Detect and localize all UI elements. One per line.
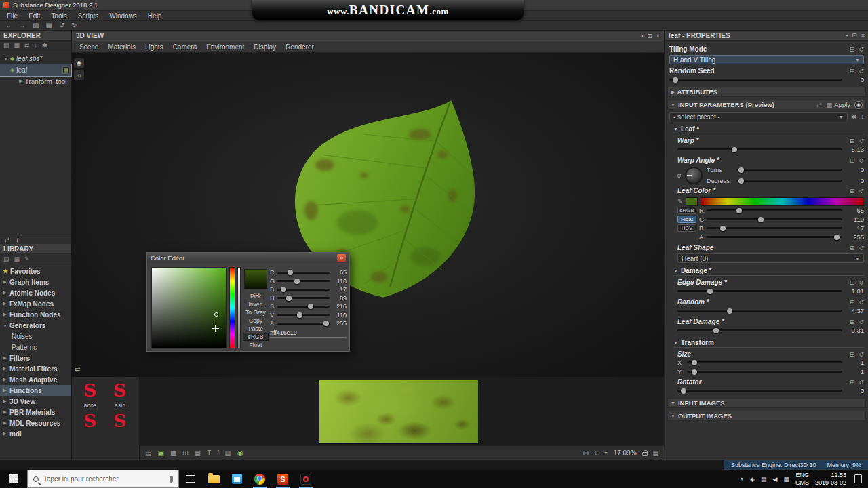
expose-icon[interactable]: ⊞ bbox=[850, 351, 855, 358]
start-button[interactable] bbox=[0, 470, 27, 488]
warp-angle-dial[interactable] bbox=[685, 167, 703, 184]
green-slider[interactable] bbox=[707, 218, 842, 220]
task-view-button[interactable] bbox=[179, 470, 202, 488]
pin-icon[interactable]: ▪ bbox=[846, 32, 848, 39]
library-item-favorites[interactable]: ★Favorites bbox=[0, 266, 71, 277]
library-item-pbr-materials[interactable]: ▶PBR Materials bbox=[0, 407, 71, 418]
paste-button[interactable]: Paste bbox=[243, 325, 269, 333]
value-slider[interactable]: V110 bbox=[270, 311, 347, 320]
reset-icon[interactable]: ↺ bbox=[859, 245, 864, 251]
library-view-icon[interactable]: ▤ bbox=[3, 256, 9, 262]
library-item-graph-items[interactable]: ▶Graph Items bbox=[0, 277, 71, 287]
grid-icon[interactable]: ⊞ bbox=[182, 449, 188, 457]
add-preset-icon[interactable]: + bbox=[860, 113, 864, 121]
uv-icon[interactable]: ◉ bbox=[237, 449, 243, 457]
blue-slider[interactable] bbox=[707, 227, 842, 229]
section-damage[interactable]: ▼ Damage * bbox=[673, 266, 864, 276]
channels-icon[interactable]: ▩ bbox=[170, 449, 176, 457]
preset-select[interactable]: - select preset -▼ bbox=[669, 112, 848, 121]
camera-icon[interactable]: ◉ bbox=[74, 58, 84, 68]
text-overlay-icon[interactable]: T bbox=[207, 449, 211, 457]
hue-value-slider[interactable]: H89 bbox=[270, 294, 347, 303]
tree-item-package[interactable]: ▼ ◆ leaf.sbs* bbox=[0, 53, 71, 64]
apply-button[interactable]: ▦Apply bbox=[826, 101, 850, 108]
expose-icon[interactable]: ⊞ bbox=[850, 157, 855, 164]
section-attributes[interactable]: ▶ ATTRIBUTES bbox=[667, 87, 866, 97]
microphone-icon[interactable] bbox=[170, 476, 173, 483]
copy-button[interactable]: Copy bbox=[243, 317, 269, 325]
library-item-atomic-nodes[interactable]: ▶Atomic Nodes bbox=[0, 287, 71, 298]
leaf-texture-preview[interactable] bbox=[319, 380, 479, 444]
menu-display[interactable]: Display bbox=[249, 43, 281, 51]
reset-icon[interactable]: ↺ bbox=[859, 188, 864, 195]
library-item-functions[interactable]: ▶Functions bbox=[0, 385, 71, 396]
float-icon[interactable]: ⊡ bbox=[647, 33, 652, 39]
leaf-damage-slider[interactable]: 0.31 bbox=[677, 326, 864, 335]
menu-camera[interactable]: Camera bbox=[168, 43, 202, 51]
section-input-images[interactable]: ▼ INPUT IMAGES bbox=[667, 398, 866, 408]
alpha-value-slider[interactable]: A255 bbox=[270, 319, 347, 328]
library-grid-icon[interactable]: ▦ bbox=[14, 256, 20, 262]
reset-icon[interactable]: ↺ bbox=[859, 379, 864, 386]
edit-icon[interactable]: ✎ bbox=[24, 256, 30, 262]
reset-icon[interactable]: ↺ bbox=[859, 138, 864, 144]
saturation-slider[interactable]: S216 bbox=[270, 302, 347, 311]
section-output-images[interactable]: ▼ OUTPUT IMAGES bbox=[667, 411, 866, 421]
alpha-slider[interactable] bbox=[707, 236, 842, 238]
library-item-patterns[interactable]: Patterns bbox=[0, 342, 71, 352]
section-leaf[interactable]: ▼ Leaf * bbox=[673, 125, 864, 134]
expose-icon[interactable]: ⊞ bbox=[850, 138, 855, 144]
speaker-icon[interactable]: ◀ bbox=[773, 476, 778, 483]
taskbar-search[interactable]: Taper ici pour rechercher bbox=[27, 470, 179, 488]
menu-help[interactable]: Help bbox=[142, 12, 167, 20]
menu-scene[interactable]: Scene bbox=[75, 43, 103, 51]
tray-chevron-icon[interactable]: ∧ bbox=[739, 476, 744, 483]
3d-view-header[interactable]: 3D VIEW ▪ ⊡ × bbox=[72, 30, 664, 41]
srgb-button[interactable]: sRGB bbox=[243, 333, 269, 341]
info-icon[interactable]: i bbox=[217, 449, 218, 457]
menu-renderer[interactable]: Renderer bbox=[281, 43, 319, 51]
tray-icon-2[interactable]: ▤ bbox=[761, 476, 767, 483]
info-icon[interactable]: i bbox=[16, 236, 18, 243]
expose-icon[interactable]: ⊞ bbox=[850, 379, 855, 386]
library-item-mdl-resources[interactable]: ▶MDL Resources bbox=[0, 418, 71, 428]
close-icon[interactable]: × bbox=[656, 33, 660, 39]
menu-materials[interactable]: Materials bbox=[103, 43, 140, 51]
library-item-noises[interactable]: Noises bbox=[0, 331, 71, 342]
float-button[interactable]: Float bbox=[677, 216, 696, 223]
alpha-slider[interactable] bbox=[237, 267, 241, 348]
undo-icon[interactable]: ↺ bbox=[59, 22, 64, 29]
open-icon[interactable]: ▤ bbox=[33, 22, 39, 29]
store-button[interactable] bbox=[225, 470, 248, 488]
float-button[interactable]: Float bbox=[243, 341, 269, 349]
pan-icon[interactable]: + bbox=[594, 449, 598, 457]
library-item-function-nodes[interactable]: ▶Function Nodes bbox=[0, 309, 71, 320]
float-icon[interactable]: ⊡ bbox=[852, 32, 857, 39]
green-slider[interactable]: G110 bbox=[270, 277, 347, 286]
expose-icon[interactable]: ⊞ bbox=[850, 279, 855, 286]
menu-tools[interactable]: Tools bbox=[45, 12, 72, 20]
expose-icon[interactable]: ⊞ bbox=[850, 319, 855, 325]
library-item-3d-view[interactable]: ▶3D View bbox=[0, 396, 71, 407]
save-icon[interactable]: ▦ bbox=[45, 22, 52, 29]
function-node-asin[interactable]: S asin bbox=[106, 380, 134, 409]
degrees-slider[interactable]: Degrees 0 bbox=[707, 177, 864, 184]
function-node[interactable]: S bbox=[76, 410, 104, 439]
light-icon[interactable]: ☼ bbox=[74, 70, 84, 80]
rotator-slider[interactable]: 0 bbox=[677, 386, 864, 395]
section-input-parameters[interactable]: ▼ INPUT PARAMETERS (Preview) ⇄ ▦Apply ◉ bbox=[667, 100, 866, 110]
reset-icon[interactable]: ↺ bbox=[859, 319, 864, 325]
save-all-icon[interactable]: ▦ bbox=[14, 42, 20, 49]
tray-icon-1[interactable]: ◈ bbox=[750, 476, 755, 483]
notification-center-icon[interactable] bbox=[854, 474, 862, 483]
redo-icon[interactable]: ↻ bbox=[71, 22, 77, 29]
menu-windows[interactable]: Windows bbox=[104, 12, 142, 20]
srgb-button[interactable]: sRGB bbox=[677, 207, 696, 214]
library-item-fxmap-nodes[interactable]: ▶FxMap Nodes bbox=[0, 298, 71, 309]
tree-item-graph[interactable]: ◈ leaf ▦ bbox=[0, 64, 71, 76]
invert-button[interactable]: Invert bbox=[243, 300, 269, 308]
chrome-button[interactable] bbox=[248, 470, 271, 488]
expose-icon[interactable]: ⊞ bbox=[850, 68, 855, 75]
new-package-icon[interactable]: ▤ bbox=[3, 42, 9, 49]
leaf-shape-select[interactable]: Heart (0)▼ bbox=[677, 253, 864, 263]
